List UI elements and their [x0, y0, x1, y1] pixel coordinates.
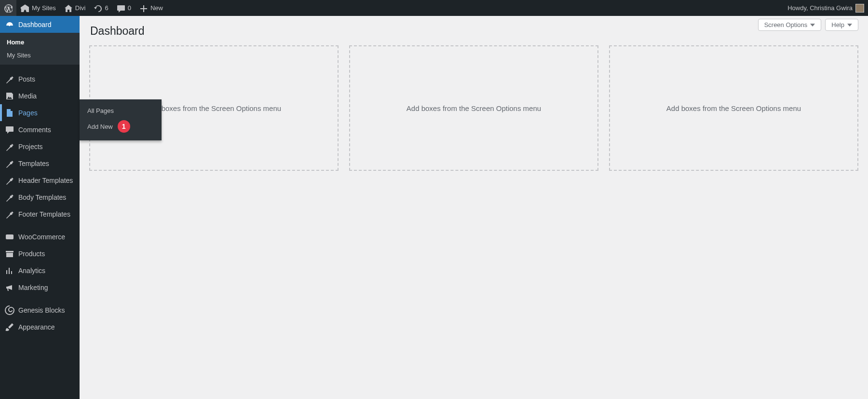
new-label: New [150, 4, 163, 12]
menu-footer-templates-label: Footer Templates [18, 210, 75, 218]
menu-media-label: Media [18, 92, 75, 100]
menu-genesis-blocks[interactable]: Genesis Blocks [0, 302, 80, 318]
pin-icon [5, 176, 14, 185]
menu-projects-label: Projects [18, 143, 75, 151]
archive-icon [5, 249, 14, 259]
my-sites-label: My Sites [32, 4, 56, 12]
menu-pages-label: Pages [18, 109, 75, 117]
howdy-text: Howdy, Christina Gwira [787, 4, 853, 12]
menu-templates-label: Templates [18, 160, 75, 167]
comments-menu[interactable]: 0 [112, 0, 135, 16]
empty-column-placeholder: Add boxes from the Screen Options menu [666, 104, 801, 112]
comments-count: 0 [128, 4, 131, 12]
menu-templates[interactable]: Templates [0, 155, 80, 172]
woo-icon [5, 232, 14, 242]
swirl-icon [5, 305, 14, 315]
menu-media[interactable]: Media [0, 87, 80, 104]
menu-body-templates[interactable]: Body Templates [0, 189, 80, 206]
updates-menu[interactable]: 6 [90, 0, 112, 16]
help-label: Help [831, 21, 844, 28]
site-name-menu[interactable]: Divi [60, 0, 90, 16]
plus-icon [139, 4, 148, 13]
dashboard-column-2: Add boxes from the Screen Options menu [349, 45, 598, 171]
menu-body-templates-label: Body Templates [18, 193, 75, 201]
wp-logo-menu[interactable] [0, 0, 16, 16]
menu-genesis-blocks-label: Genesis Blocks [18, 306, 75, 314]
empty-column-placeholder: Add boxes from the Screen Options menu [147, 104, 281, 112]
admin-sidebar: Dashboard Home My Sites PostsMediaPagesC… [0, 16, 80, 399]
dashboard-widgets-wrap: Add boxes from the Screen Options menu A… [89, 45, 858, 171]
menu-marketing[interactable]: Marketing [0, 279, 80, 296]
chevron-down-icon [847, 24, 852, 27]
menu-comments[interactable]: Comments [0, 121, 80, 138]
menu-posts[interactable]: Posts [0, 70, 80, 87]
home-icon [64, 4, 72, 13]
menu-pages[interactable]: Pages [0, 104, 80, 121]
media-icon [5, 91, 14, 101]
new-content-menu[interactable]: New [135, 0, 167, 16]
screen-options-toggle[interactable]: Screen Options [758, 19, 822, 31]
screen-options-label: Screen Options [764, 21, 808, 28]
menu-appearance-label: Appearance [18, 323, 75, 331]
brush-icon [5, 322, 14, 332]
menu-products[interactable]: Products [0, 245, 80, 262]
bars-icon [5, 266, 14, 275]
menu-header-templates[interactable]: Header Templates [0, 172, 80, 189]
menu-footer-templates[interactable]: Footer Templates [0, 206, 80, 222]
comment-icon [5, 125, 14, 135]
submenu-my-sites[interactable]: My Sites [0, 49, 80, 62]
refresh-icon [94, 4, 102, 13]
chevron-down-icon [810, 24, 815, 27]
menu-dashboard-label: Dashboard [18, 21, 75, 28]
callout-badge: 1 [118, 120, 130, 133]
megaphone-icon [5, 283, 14, 292]
network-icon [20, 4, 29, 13]
page-title: Dashboard [90, 25, 858, 38]
pages-flyout: All PagesAdd New1 [80, 99, 162, 140]
pin-icon [5, 142, 14, 151]
empty-column-placeholder: Add boxes from the Screen Options menu [407, 104, 541, 112]
flyout-all-pages[interactable]: All Pages [80, 104, 162, 117]
menu-projects[interactable]: Projects [0, 138, 80, 155]
menu-header-templates-label: Header Templates [18, 177, 75, 184]
flyout-add-new-label: Add New [87, 123, 113, 130]
pin-icon [5, 193, 14, 202]
avatar [855, 4, 864, 13]
menu-woocommerce-label: WooCommerce [18, 233, 75, 241]
main-content: Screen Options Help Dashboard Add boxes … [80, 16, 868, 399]
admin-bar: My Sites Divi 6 0 New Howdy, Christina G… [0, 0, 868, 16]
dashboard-icon [5, 20, 14, 29]
site-name-label: Divi [75, 4, 86, 12]
screen-meta-links: Screen Options Help [758, 19, 858, 31]
updates-count: 6 [105, 4, 108, 12]
menu-analytics-label: Analytics [18, 267, 75, 275]
page-icon [5, 108, 14, 118]
menu-dashboard[interactable]: Dashboard [0, 16, 80, 33]
appearance-menu-list: Genesis BlocksAppearance [0, 302, 80, 335]
commerce-menu-list: WooCommerceProductsAnalyticsMarketing [0, 228, 80, 296]
my-sites-menu[interactable]: My Sites [16, 0, 60, 16]
comment-icon [116, 4, 125, 13]
pin-icon [5, 209, 14, 219]
menu-products-label: Products [18, 250, 75, 258]
pin-icon [5, 159, 14, 168]
menu-analytics[interactable]: Analytics [0, 262, 80, 279]
wordpress-icon [4, 4, 13, 13]
flyout-add-new[interactable]: Add New1 [80, 117, 162, 136]
main-menu-list: PostsMediaPagesCommentsProjectsTemplates… [0, 70, 80, 222]
pin-icon [5, 74, 14, 84]
account-menu[interactable]: Howdy, Christina Gwira [784, 0, 868, 16]
menu-posts-label: Posts [18, 75, 75, 83]
menu-woocommerce[interactable]: WooCommerce [0, 228, 80, 245]
menu-comments-label: Comments [18, 126, 75, 134]
submenu-home[interactable]: Home [0, 36, 80, 49]
dashboard-submenu: Home My Sites [0, 33, 80, 65]
dashboard-column-3: Add boxes from the Screen Options menu [609, 45, 858, 171]
help-toggle[interactable]: Help [825, 19, 858, 31]
menu-appearance[interactable]: Appearance [0, 318, 80, 335]
menu-marketing-label: Marketing [18, 284, 75, 291]
